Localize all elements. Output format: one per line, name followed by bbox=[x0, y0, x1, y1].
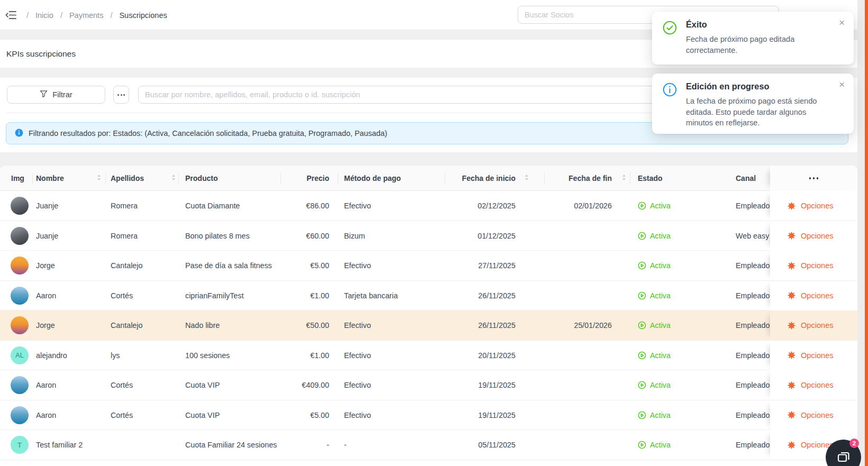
opciones-label: Opciones bbox=[801, 381, 834, 389]
breadcrumb-payments[interactable]: Payments bbox=[69, 11, 103, 20]
cell-producto: Cuota Diamante bbox=[185, 191, 240, 221]
cell-metodo: Tarjeta bancaria bbox=[344, 281, 398, 310]
breadcrumb-suscripciones: Suscripciones bbox=[119, 11, 167, 20]
cell-producto: 100 sesiones bbox=[185, 341, 230, 370]
avatar bbox=[11, 316, 29, 334]
cell-canal: Empleado bbox=[736, 310, 770, 340]
cell-fecha-fin bbox=[549, 400, 612, 430]
more-filters-button[interactable] bbox=[113, 86, 129, 104]
sort-nombre[interactable] bbox=[97, 175, 101, 180]
cell-fecha-fin bbox=[549, 251, 612, 280]
status-badge: Activa bbox=[638, 370, 671, 400]
cell-canal: Empleado bbox=[736, 191, 770, 221]
cell-canal: Empleado bbox=[736, 430, 770, 460]
cell-nombre: Juanje bbox=[36, 191, 58, 221]
cell-producto: Cuota Familiar 24 sesiones bbox=[185, 430, 277, 460]
col-img: Img bbox=[11, 166, 24, 191]
opciones-label: Opciones bbox=[801, 291, 834, 300]
table-row[interactable]: Jorge Cantalejo Pase de día a sala fitne… bbox=[0, 251, 857, 281]
opciones-label: Opciones bbox=[801, 411, 834, 419]
filter-info-text: Filtrando resultados por: Estados: (Acti… bbox=[29, 129, 387, 138]
opciones-label: Opciones bbox=[801, 351, 834, 360]
opciones-button[interactable]: Opciones bbox=[770, 341, 857, 370]
opciones-button[interactable]: Opciones bbox=[770, 370, 857, 400]
opciones-button[interactable]: Opciones bbox=[770, 400, 857, 430]
breadcrumb-inicio[interactable]: Inicio bbox=[35, 11, 53, 20]
table-row[interactable]: T Test familiar 2 Cuota Familiar 24 sesi… bbox=[0, 430, 857, 460]
status-badge: Activa bbox=[638, 251, 671, 280]
toast-message: La fecha de próximo pago está siendo edi… bbox=[686, 96, 834, 129]
cell-canal: Empleado bbox=[736, 370, 770, 400]
avatar bbox=[11, 227, 29, 245]
col-canal: Canal bbox=[736, 166, 756, 191]
cell-fecha-inicio: 20/11/2025 bbox=[453, 341, 516, 370]
filtrar-button[interactable]: Filtrar bbox=[7, 86, 105, 104]
table-row[interactable]: AL alejandro lys 100 sesiones €1.00 Efec… bbox=[0, 341, 857, 371]
cell-canal: Empleado bbox=[736, 341, 770, 370]
close-icon[interactable]: × bbox=[839, 79, 845, 90]
cell-producto: Cuota VIP bbox=[185, 370, 220, 400]
cell-producto: Pase de día a sala fitness bbox=[185, 251, 272, 280]
cell-precio: €50.00 bbox=[286, 310, 329, 340]
cell-nombre: Aaron bbox=[36, 281, 56, 310]
cell-precio: - bbox=[286, 430, 329, 460]
cell-nombre: Aaron bbox=[36, 400, 56, 430]
opciones-button[interactable]: Opciones bbox=[770, 191, 857, 221]
opciones-button[interactable]: Opciones bbox=[770, 221, 857, 251]
opciones-label: Opciones bbox=[801, 321, 834, 330]
opciones-label: Opciones bbox=[801, 202, 834, 210]
sort-apellidos[interactable] bbox=[172, 175, 175, 180]
table-row-highlighted[interactable]: Jorge Cantalejo Nado libre €50.00 Efecti… bbox=[0, 310, 857, 341]
col-estado: Estado bbox=[638, 166, 663, 191]
close-icon[interactable]: × bbox=[839, 17, 845, 29]
opciones-button[interactable]: Opciones bbox=[770, 310, 857, 340]
check-circle-icon bbox=[663, 21, 677, 37]
columns-options-button[interactable] bbox=[770, 166, 857, 191]
cell-nombre: Juanje bbox=[36, 221, 58, 251]
chat-unread-badge: 2 bbox=[849, 438, 859, 448]
cell-precio: €1.00 bbox=[286, 281, 329, 310]
opciones-button[interactable]: Opciones bbox=[770, 251, 857, 280]
col-metodo: Método de pago bbox=[344, 166, 401, 191]
cell-nombre: alejandro bbox=[36, 341, 67, 370]
avatar bbox=[11, 376, 29, 394]
page-title: KPIs suscripciones bbox=[6, 49, 76, 59]
avatar-initials: AL bbox=[11, 346, 29, 364]
table-row[interactable]: Aaron Cortés Cuota VIP €409.00 Efectivo … bbox=[0, 370, 857, 400]
opciones-label: Opciones bbox=[801, 232, 834, 240]
cell-apellidos: Cortés bbox=[111, 400, 133, 430]
sort-fecha-fin[interactable] bbox=[622, 175, 626, 180]
info-circle-icon bbox=[663, 83, 677, 99]
cell-apellidos: Cantalejo bbox=[111, 310, 142, 340]
opciones-label: Opciones bbox=[801, 261, 834, 270]
cell-fecha-fin bbox=[549, 221, 612, 251]
cell-metodo: Efectivo bbox=[344, 341, 371, 370]
cell-fecha-inicio: 26/11/2025 bbox=[453, 281, 516, 310]
sort-fecha-inicio[interactable] bbox=[525, 175, 528, 180]
opciones-button[interactable]: Opciones bbox=[770, 281, 857, 310]
cell-apellidos: Romera bbox=[111, 221, 138, 251]
cell-fecha-fin: 02/01/2026 bbox=[549, 191, 612, 221]
toast-title: Edición en progreso bbox=[686, 81, 769, 92]
cell-fecha-fin bbox=[549, 430, 612, 460]
cell-precio: €409.00 bbox=[286, 370, 329, 400]
avatar-initials: T bbox=[11, 436, 29, 454]
cell-precio: €60.00 bbox=[286, 221, 329, 251]
table-header: Img Nombre Apellidos Producto Precio Mét… bbox=[0, 166, 857, 191]
avatar bbox=[11, 197, 29, 215]
sidebar-collapse-icon[interactable] bbox=[5, 10, 16, 22]
cell-canal: Empleado bbox=[736, 251, 770, 280]
cell-fecha-inicio: 19/11/2025 bbox=[453, 370, 516, 400]
table-row[interactable]: Juanje Romera Bono pilates 8 mes €60.00 … bbox=[0, 221, 857, 251]
cell-canal: Web easy bbox=[736, 221, 770, 251]
cell-metodo: Efectivo bbox=[344, 251, 371, 280]
table-row[interactable]: Juanje Romera Cuota Diamante €86.00 Efec… bbox=[0, 191, 857, 221]
toast-title: Éxito bbox=[686, 20, 707, 30]
cell-precio: €1.00 bbox=[286, 341, 329, 370]
table-row[interactable]: Aaron Cortés Cuota VIP €5.00 Efectivo 19… bbox=[0, 400, 857, 431]
table-row[interactable]: Aaron Cortés ciprianFamilyTest €1.00 Tar… bbox=[0, 281, 857, 311]
cell-fecha-inicio: 27/11/2025 bbox=[453, 251, 516, 280]
status-badge: Activa bbox=[638, 310, 671, 340]
cell-fecha-inicio: 02/12/2025 bbox=[453, 191, 516, 221]
breadcrumb-separator: / bbox=[60, 11, 62, 20]
